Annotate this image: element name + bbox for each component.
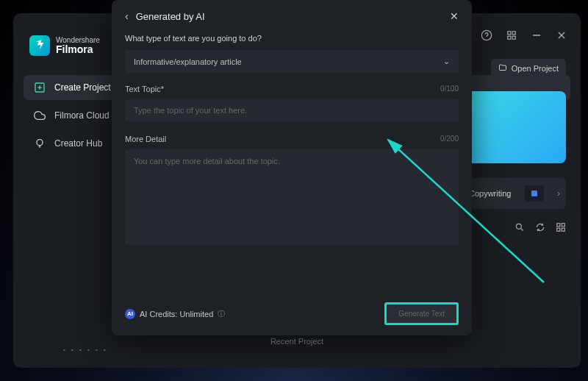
logo-icon — [29, 35, 50, 56]
ai-badge-icon: AI — [125, 309, 135, 319]
sidebar-item-label: Create Project — [54, 82, 111, 93]
help-icon[interactable] — [481, 29, 492, 41]
chevron-down-icon: ⌄ — [443, 57, 450, 66]
svg-rect-17 — [557, 224, 560, 227]
svg-point-11 — [37, 140, 43, 146]
select-value: Informative/explanatory article — [134, 57, 242, 66]
svg-rect-4 — [512, 36, 515, 39]
refresh-icon[interactable] — [535, 222, 545, 232]
svg-rect-1 — [508, 32, 511, 35]
info-icon[interactable]: ⓘ — [218, 309, 225, 319]
ai-thumb-icon — [525, 185, 544, 202]
plus-square-icon — [34, 82, 46, 93]
chevron-right-icon: › — [557, 188, 560, 199]
detail-placeholder: You can type more detail about the topic… — [134, 157, 280, 165]
topic-placeholder: Type the topic of your text here. — [134, 106, 247, 115]
detail-count: 0/200 — [440, 135, 459, 143]
cloud-icon — [34, 110, 46, 121]
modal-title: Generated by AI — [136, 11, 205, 22]
credits-info: AI AI Credits: Unlimited ⓘ — [125, 309, 225, 319]
credits-label: AI Credits: Unlimited — [140, 310, 213, 318]
generate-text-button[interactable]: Generate Text — [384, 302, 459, 325]
svg-rect-3 — [508, 36, 511, 39]
svg-rect-18 — [562, 224, 564, 227]
folder-icon — [498, 63, 507, 74]
sidebar-item-label: Creator Hub — [54, 138, 102, 149]
open-project-button[interactable]: Open Project — [491, 59, 566, 78]
question-label: What type of text are you going to do? — [125, 34, 459, 43]
svg-rect-19 — [557, 228, 560, 231]
recent-project-label: Recent Project — [270, 337, 323, 346]
svg-line-16 — [521, 229, 523, 231]
grid-icon[interactable] — [506, 29, 517, 41]
svg-point-0 — [481, 30, 491, 40]
close-icon[interactable]: ✕ — [450, 10, 459, 22]
svg-rect-2 — [512, 32, 515, 35]
svg-point-15 — [516, 224, 521, 229]
generate-label: Generate Text — [398, 310, 445, 318]
logo-product: Filmora — [56, 44, 100, 54]
sidebar-item-label: Filmora Cloud — [54, 110, 110, 121]
text-type-select[interactable]: Informative/explanatory article ⌄ — [125, 50, 459, 73]
detail-label: More Detail — [125, 135, 166, 143]
back-icon[interactable]: ‹ — [125, 10, 129, 22]
topic-input[interactable]: Type the topic of your text here. — [125, 99, 459, 121]
bulb-icon — [34, 138, 46, 149]
svg-rect-20 — [562, 228, 564, 231]
topic-count: 0/100 — [440, 85, 459, 93]
ai-modal: ‹ Generated by AI ✕ What type of text ar… — [112, 0, 472, 335]
titlebar — [456, 29, 567, 41]
open-project-label: Open Project — [512, 64, 559, 73]
search-icon[interactable] — [514, 222, 525, 232]
right-panel: Open Project Copywriting › — [463, 59, 566, 232]
grid-view-icon[interactable] — [556, 222, 566, 232]
topic-label: Text Topic* — [125, 85, 164, 93]
copywriting-card[interactable]: Copywriting › — [463, 178, 566, 209]
copywriting-label: Copywriting — [469, 189, 511, 198]
pagination-dots: • • • • • • — [63, 346, 108, 353]
close-window-icon[interactable] — [556, 29, 567, 41]
preview-card[interactable] — [463, 91, 566, 163]
minimize-icon[interactable] — [531, 29, 542, 41]
svg-rect-14 — [531, 190, 537, 196]
detail-textarea[interactable]: You can type more detail about the topic… — [125, 149, 459, 245]
